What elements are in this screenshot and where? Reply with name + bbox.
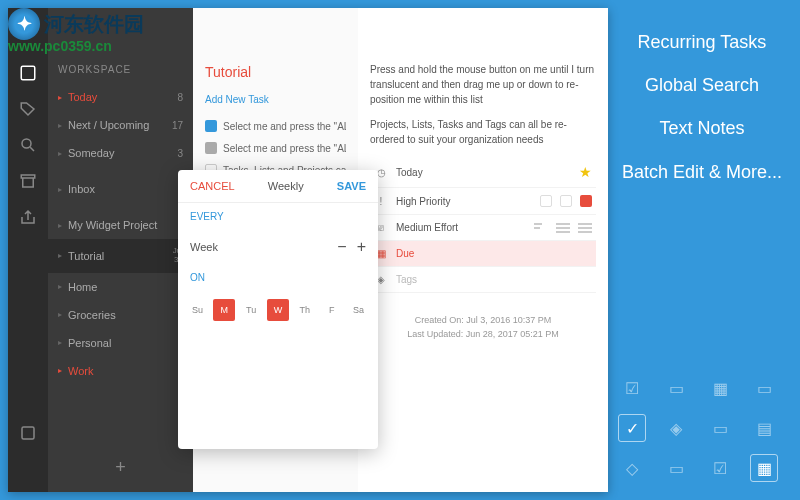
sidebar: WORKSPACE ▸Today8 ▸Next / Upcoming17 ▸So… xyxy=(48,8,193,492)
tag-icon[interactable] xyxy=(19,100,37,118)
priority-swatch[interactable] xyxy=(560,195,572,207)
note-icon[interactable]: ▭ xyxy=(662,454,690,482)
sidebar-item-next[interactable]: ▸Next / Upcoming17 xyxy=(48,111,193,139)
effort-level[interactable] xyxy=(578,223,592,233)
checkbox-icon[interactable] xyxy=(19,64,37,82)
sidebar-item-someday[interactable]: ▸Someday3 xyxy=(48,139,193,167)
detail-row-today[interactable]: ◷Today★ xyxy=(370,157,596,188)
task-meta: Created On: Jul 3, 2016 10:37 PM Last Up… xyxy=(370,313,596,342)
archive-icon[interactable] xyxy=(19,172,37,190)
sidebar-header: WORKSPACE xyxy=(48,50,193,83)
checkbox-icon[interactable] xyxy=(205,142,217,154)
folder-icon[interactable]: ▭ xyxy=(662,374,690,402)
cancel-button[interactable]: CANCEL xyxy=(190,180,235,192)
day-m[interactable]: M xyxy=(213,299,235,321)
sidebar-item-tutorial[interactable]: ▸TutorialJul31 xyxy=(48,239,193,273)
svg-rect-0 xyxy=(21,66,35,80)
window-icon[interactable]: ▭ xyxy=(750,374,778,402)
priority-swatch[interactable] xyxy=(540,195,552,207)
add-task-link[interactable]: Add New Task xyxy=(205,94,346,105)
popup-title: Weekly xyxy=(268,180,304,192)
sidebar-item-project[interactable]: ▸My Widget Project xyxy=(48,211,193,239)
day-sa[interactable]: Sa xyxy=(347,299,369,321)
sidebar-item-today[interactable]: ▸Today8 xyxy=(48,83,193,111)
watermark-url: www.pc0359.cn xyxy=(8,38,112,54)
effort-level[interactable] xyxy=(534,223,548,233)
recurrence-popup: CANCEL Weekly SAVE EVERY Week −+ ON Su M… xyxy=(178,170,378,449)
settings-icon[interactable] xyxy=(19,424,37,442)
sidebar-item-personal[interactable]: ▸Personal xyxy=(48,329,193,357)
day-su[interactable]: Su xyxy=(186,299,208,321)
check-icon[interactable]: ✓ xyxy=(618,414,646,442)
sidebar-item-work[interactable]: ▸Work xyxy=(48,357,193,385)
save-button[interactable]: SAVE xyxy=(337,180,366,192)
grid-icon[interactable]: ▦ xyxy=(706,374,734,402)
detail-row-due[interactable]: ▦Due xyxy=(370,241,596,267)
search-icon[interactable] xyxy=(19,136,37,154)
task-description: Press and hold the mouse button on me un… xyxy=(370,62,596,107)
task-note: Projects, Lists, Tasks and Tags can all … xyxy=(370,117,596,147)
app-window: WORKSPACE ▸Today8 ▸Next / Upcoming17 ▸So… xyxy=(8,8,608,492)
list-icon[interactable]: ▤ xyxy=(750,414,778,442)
sidebar-item-groceries[interactable]: ▸Groceries xyxy=(48,301,193,329)
svg-rect-2 xyxy=(21,175,35,178)
add-button[interactable]: + xyxy=(48,443,193,492)
task-row[interactable]: Select me and press the "ALT" (Web) o xyxy=(205,115,346,137)
day-f[interactable]: F xyxy=(321,299,343,321)
check-icon[interactable]: ☑ xyxy=(706,454,734,482)
plus-button[interactable]: + xyxy=(357,238,366,256)
day-picker: Su M Tu W Th F Sa xyxy=(178,291,378,329)
day-tu[interactable]: Tu xyxy=(240,299,262,321)
minus-button[interactable]: − xyxy=(337,238,346,256)
sidebar-item-home[interactable]: ▸Home xyxy=(48,273,193,301)
detail-row-tags[interactable]: ◈Tags xyxy=(370,267,596,293)
icon-rail xyxy=(8,8,48,492)
list-title: Tutorial xyxy=(205,64,346,80)
tag-icon[interactable]: ◈ xyxy=(662,414,690,442)
priority-swatch[interactable] xyxy=(580,195,592,207)
svg-point-1 xyxy=(22,139,31,148)
detail-panel: Press and hold the mouse button on me un… xyxy=(358,8,608,492)
share-icon[interactable] xyxy=(19,208,37,226)
day-w[interactable]: W xyxy=(267,299,289,321)
card-icon[interactable]: ▭ xyxy=(706,414,734,442)
feature-icons: ☑ ▭ ▦ ▭ ✓ ◈ ▭ ▤ ◇ ▭ ☑ ▦ xyxy=(618,374,782,482)
detail-row-effort[interactable]: ⎚Medium Effort xyxy=(370,215,596,241)
section-label: EVERY xyxy=(178,203,378,230)
calendar-icon[interactable]: ▦ xyxy=(750,454,778,482)
section-label: ON xyxy=(178,264,378,291)
star-icon[interactable]: ★ xyxy=(579,164,592,180)
detail-row-priority[interactable]: !High Priority xyxy=(370,188,596,215)
day-th[interactable]: Th xyxy=(294,299,316,321)
promo-text: Recurring Tasks Global Search Text Notes… xyxy=(622,30,782,203)
checkbox-icon[interactable] xyxy=(205,120,217,132)
interval-row: Week −+ xyxy=(178,230,378,264)
label-icon[interactable]: ◇ xyxy=(618,454,646,482)
sidebar-item-inbox[interactable]: ▸Inbox xyxy=(48,175,193,203)
svg-rect-3 xyxy=(22,427,34,439)
effort-level[interactable] xyxy=(556,223,570,233)
task-row[interactable]: Select me and press the "ALT" (Web) o xyxy=(205,137,346,159)
check-icon[interactable]: ☑ xyxy=(618,374,646,402)
